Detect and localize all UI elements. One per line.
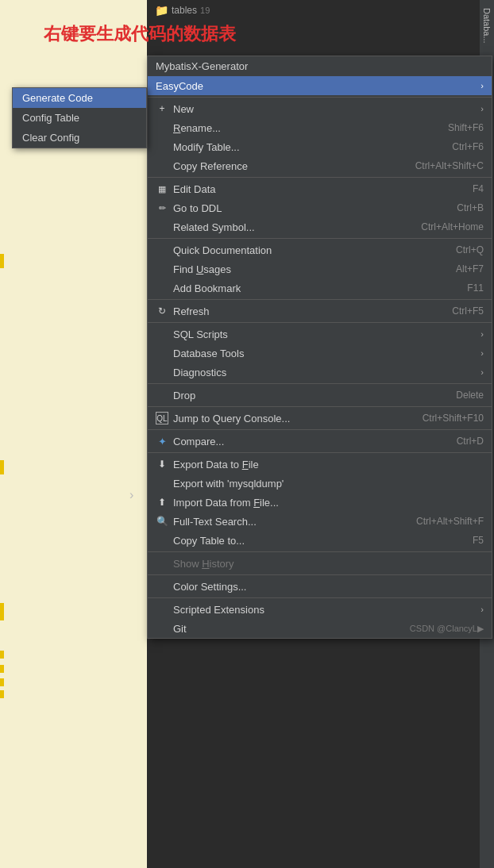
menu-item-sql-scripts[interactable]: SQL Scripts › xyxy=(148,325,492,344)
main-context-menu: MybatisX-Generator EasyCode › + New › Re… xyxy=(147,56,492,639)
edit-data-shortcut: F4 xyxy=(457,183,484,194)
menu-item-compare[interactable]: ✦ Compare... Ctrl+D xyxy=(148,432,492,451)
separator-11 xyxy=(148,574,492,575)
add-bookmark-label: Add Bookmark xyxy=(173,282,241,294)
diagnostics-icon xyxy=(156,366,168,378)
separator-5 xyxy=(148,322,492,323)
scripted-extensions-arrow: › xyxy=(480,605,484,614)
color-settings-icon xyxy=(156,580,168,593)
menu-item-jump-query-console[interactable]: QL Jump to Query Console... Ctrl+Shift+F… xyxy=(148,409,492,428)
database-tools-icon xyxy=(156,347,168,359)
yellow-line-4 xyxy=(0,651,4,659)
menu-item-import-data-file[interactable]: ⬆ Import Data from File... xyxy=(148,493,492,512)
full-text-search-icon: 🔍 xyxy=(156,515,168,528)
modify-table-shortcut: Ctrl+F6 xyxy=(436,141,484,152)
new-icon: + xyxy=(156,102,168,115)
find-usages-icon xyxy=(156,263,168,275)
find-usages-shortcut: Alt+F7 xyxy=(440,263,484,275)
git-label: Git xyxy=(173,623,187,635)
rename-label: Rename... xyxy=(173,122,221,134)
yellow-line-1 xyxy=(0,254,4,268)
menu-item-copy-table-to[interactable]: Copy Table to... F5 xyxy=(148,531,492,550)
yellow-line-2 xyxy=(0,460,4,474)
folder-icon: 📁 xyxy=(155,4,168,17)
database-tools-arrow: › xyxy=(480,348,484,358)
separator-7 xyxy=(148,406,492,407)
menu-item-refresh[interactable]: ↻ Refresh Ctrl+F5 xyxy=(148,301,492,321)
git-csdn-watermark: CSDN @ClancyL▶ xyxy=(394,624,484,634)
related-symbol-label: Related Symbol... xyxy=(173,221,255,233)
mybatisx-label: MybatisX-Generator xyxy=(156,60,248,72)
copy-reference-label: Copy Reference xyxy=(173,160,248,172)
menu-item-go-to-ddl[interactable]: ✏ Go to DDL Ctrl+B xyxy=(148,198,492,217)
menu-item-find-usages[interactable]: Find Usages Alt+F7 xyxy=(148,259,492,278)
menu-item-modify-table[interactable]: Modify Table... Ctrl+F6 xyxy=(148,137,492,156)
diagnostics-label: Diagnostics xyxy=(173,367,226,378)
yellow-line-3 xyxy=(0,603,4,620)
separator-1 xyxy=(148,97,492,98)
modify-table-label: Modify Table... xyxy=(173,141,240,153)
menu-item-new[interactable]: + New › xyxy=(148,99,492,118)
expand-arrow: › xyxy=(129,488,133,502)
header-chinese-text: 右键要生成代码的数据表 xyxy=(44,22,236,46)
left-menu-item-config-table[interactable]: Config Table xyxy=(13,108,146,128)
color-settings-label: Color Settings... xyxy=(173,581,247,593)
menu-item-edit-data[interactable]: ▦ Edit Data F4 xyxy=(148,179,492,198)
copy-table-to-label: Copy Table to... xyxy=(173,535,245,547)
separator-12 xyxy=(148,597,492,598)
menu-item-git[interactable]: Git CSDN @ClancyL▶ xyxy=(148,619,492,638)
easycode-arrow: › xyxy=(480,81,484,90)
menu-item-related-symbol[interactable]: Related Symbol... Ctrl+Alt+Home xyxy=(148,217,492,236)
export-data-icon: ⬇ xyxy=(156,458,168,470)
tab-name: tables xyxy=(172,5,197,16)
menu-item-drop[interactable]: Drop Delete xyxy=(148,386,492,405)
full-text-search-shortcut: Ctrl+Alt+Shift+F xyxy=(400,516,484,527)
export-data-file-label: Export Data to File xyxy=(173,459,259,470)
menu-item-database-tools[interactable]: Database Tools › xyxy=(148,344,492,363)
right-sidebar-label: Databa... xyxy=(482,8,492,44)
jump-query-console-icon: QL xyxy=(156,412,168,424)
separator-9 xyxy=(148,452,492,453)
menu-item-export-mysqldump[interactable]: Export with 'mysqldump' xyxy=(148,474,492,493)
import-data-file-label: Import Data from File... xyxy=(173,497,279,509)
quick-doc-shortcut: Ctrl+Q xyxy=(440,244,484,255)
left-menu-item-clear-config[interactable]: Clear Config xyxy=(13,128,146,148)
mybatisx-item[interactable]: MybatisX-Generator xyxy=(148,56,492,76)
show-history-label: Show History xyxy=(173,558,234,570)
menu-item-show-history[interactable]: Show History xyxy=(148,554,492,573)
edit-data-label: Edit Data xyxy=(173,183,215,195)
add-bookmark-shortcut: F11 xyxy=(451,282,484,294)
menu-item-add-bookmark[interactable]: Add Bookmark F11 xyxy=(148,278,492,298)
menu-item-color-settings[interactable]: Color Settings... xyxy=(148,577,492,596)
refresh-shortcut: Ctrl+F5 xyxy=(436,305,484,317)
refresh-label: Refresh xyxy=(173,305,210,317)
full-text-search-label: Full-Text Search... xyxy=(173,516,257,528)
scripted-extensions-label: Scripted Extensions xyxy=(173,604,264,616)
copy-table-to-shortcut: F5 xyxy=(457,535,484,546)
related-symbol-icon xyxy=(156,221,168,233)
menu-item-rename[interactable]: Rename... Shift+F6 xyxy=(148,118,492,137)
rename-shortcut: Shift+F6 xyxy=(432,122,484,133)
copy-table-icon xyxy=(156,534,168,547)
export-mysqldump-label: Export with 'mysqldump' xyxy=(173,478,284,490)
drop-shortcut: Delete xyxy=(440,390,484,401)
quick-doc-icon xyxy=(156,244,168,256)
scripted-extensions-icon xyxy=(156,603,168,616)
menu-item-export-data-file[interactable]: ⬇ Export Data to File xyxy=(148,455,492,474)
go-to-ddl-icon: ✏ xyxy=(156,202,168,214)
show-history-icon xyxy=(156,557,168,570)
menu-item-quick-doc[interactable]: Quick Documentation Ctrl+Q xyxy=(148,240,492,259)
jump-query-console-shortcut: Ctrl+Shift+F10 xyxy=(407,413,484,424)
menu-item-full-text-search[interactable]: 🔍 Full-Text Search... Ctrl+Alt+Shift+F xyxy=(148,512,492,531)
sql-scripts-icon xyxy=(156,328,168,340)
database-tools-label: Database Tools xyxy=(173,348,244,359)
rename-icon xyxy=(156,121,168,134)
left-context-menu: Generate Code Config Table Clear Config xyxy=(12,87,147,148)
menu-item-copy-reference[interactable]: Copy Reference Ctrl+Alt+Shift+C xyxy=(148,156,492,175)
left-menu-item-generate-code[interactable]: Generate Code xyxy=(13,88,146,108)
menu-item-scripted-extensions[interactable]: Scripted Extensions › xyxy=(148,600,492,619)
menu-item-diagnostics[interactable]: Diagnostics › xyxy=(148,363,492,382)
import-data-icon: ⬆ xyxy=(156,496,168,509)
menu-item-easycode[interactable]: EasyCode › xyxy=(148,76,492,95)
add-bookmark-icon xyxy=(156,282,168,294)
